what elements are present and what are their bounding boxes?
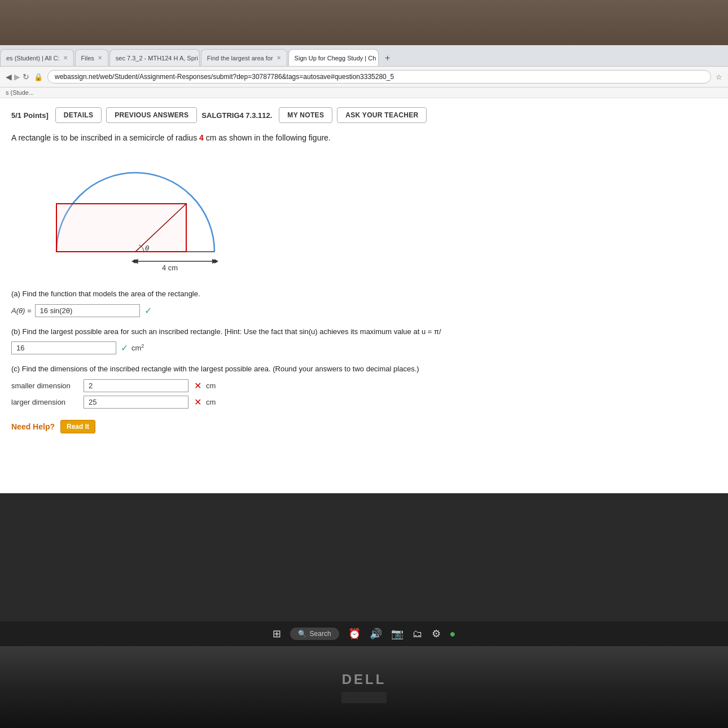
dell-logo: DELL: [342, 672, 387, 687]
part-b-unit: cm2: [131, 343, 144, 352]
taskbar-search-label: Search: [310, 630, 331, 638]
question-text-unit: cm: [206, 133, 219, 142]
tab-4[interactable]: Sign Up for Chegg Study | Ch ✕: [288, 49, 379, 66]
smaller-dim-input[interactable]: [84, 379, 188, 392]
camera-icon[interactable]: 📷: [391, 628, 404, 640]
svg-text:4 cm: 4 cm: [162, 264, 178, 272]
smaller-dim-cross-icon: ✕: [194, 380, 201, 391]
part-a-prefix: A(θ) =: [11, 306, 32, 315]
larger-dim-cross-icon: ✕: [194, 397, 201, 407]
svg-text:θ: θ: [145, 244, 149, 252]
figure-svg: θ 4 cm: [28, 153, 243, 277]
question-text-part1: A rectangle is to be inscribed in a semi…: [11, 133, 197, 142]
tab-1[interactable]: Files ✕: [75, 49, 108, 66]
address-bar: ◀ ▶ ↻ 🔒 ☆: [0, 67, 728, 87]
figure-container: θ 4 cm: [28, 153, 717, 277]
browser-window: es (Student) | All C: ✕ Files ✕ sec 7.3_…: [0, 45, 728, 493]
part-a-check-icon: ✓: [144, 305, 152, 316]
back-button[interactable]: ◀: [6, 72, 12, 81]
windows-icon[interactable]: ⊞: [273, 628, 281, 640]
part-a-input[interactable]: [35, 304, 140, 317]
part-b-check-icon: ✓: [121, 343, 128, 353]
part-b-answer-row: ✓ cm2: [11, 341, 717, 354]
tab-3-label: Find the largest area for: [207, 55, 273, 62]
tab-0[interactable]: es (Student) | All C: ✕: [0, 49, 74, 66]
tab-1-label: Files: [81, 55, 94, 62]
tab-2[interactable]: sec 7.3_2 - MTH124 H A, Spri ✕: [109, 49, 200, 66]
browser-subtab: s (Stude...: [0, 87, 728, 98]
tab-0-label: es (Student) | All C:: [6, 55, 60, 62]
smaller-dim-label: smaller dimension: [11, 381, 79, 390]
subtab-label: s (Stude...: [6, 89, 34, 96]
svg-marker-6: [131, 259, 135, 264]
tab-3[interactable]: Find the largest area for ✕: [201, 49, 287, 66]
content-area: 5/1 Points] DETAILS PREVIOUS ANSWERS SAL…: [0, 98, 728, 493]
part-b-label: (b) Find the largest possible area for s…: [11, 326, 717, 337]
tab-bar: es (Student) | All C: ✕ Files ✕ sec 7.3_…: [0, 45, 728, 67]
ask-teacher-button[interactable]: ASK YOUR TEACHER: [337, 107, 427, 123]
monitor-bottom-bezel: DELL: [0, 646, 728, 728]
points-label: 5/1 Points]: [11, 111, 49, 120]
my-notes-button[interactable]: MY NOTES: [279, 107, 332, 123]
previous-answers-button[interactable]: PREVIOUS ANSWERS: [106, 107, 197, 123]
question-text-suffix: as shown in the following figure.: [218, 133, 330, 142]
tab-1-close[interactable]: ✕: [98, 55, 102, 61]
chrome-icon[interactable]: ●: [450, 628, 456, 640]
larger-dim-row: larger dimension ✕ cm: [11, 396, 717, 409]
larger-dim-input[interactable]: [84, 396, 188, 409]
part-b-label-text: (b) Find the largest possible area for s…: [11, 327, 441, 336]
address-input[interactable]: [47, 70, 711, 84]
tab-4-label: Sign Up for Chegg Study | Ch: [295, 55, 376, 62]
larger-dim-unit: cm: [206, 398, 216, 406]
part-a-answer-row: A(θ) = ✓: [11, 304, 717, 317]
tab-0-close[interactable]: ✕: [63, 55, 68, 61]
speaker-icon[interactable]: 🔊: [370, 628, 382, 640]
taskbar-search-box[interactable]: 🔍 Search: [290, 628, 339, 640]
bookmark-icon[interactable]: ☆: [716, 73, 722, 81]
svg-marker-7: [214, 259, 218, 264]
course-code: SALGTRIG4 7.3.112.: [201, 111, 272, 120]
part-b: (b) Find the largest possible area for s…: [11, 326, 717, 355]
smaller-dim-row: smaller dimension ✕ cm: [11, 379, 717, 392]
lock-icon: 🔒: [34, 73, 43, 81]
settings-icon[interactable]: ⚙: [432, 628, 441, 640]
nav-buttons: ◀ ▶ ↻: [6, 72, 29, 81]
monitor-top-bezel: [0, 0, 728, 45]
part-b-input[interactable]: [11, 341, 116, 354]
new-tab-button[interactable]: +: [380, 50, 396, 66]
files-icon[interactable]: 🗂: [413, 628, 423, 640]
need-help-text: Need Help?: [11, 422, 55, 431]
forward-button[interactable]: ▶: [14, 72, 20, 81]
taskbar: ⊞ 🔍 Search ⏰ 🔊 📷 🗂 ⚙ ●: [0, 621, 728, 646]
tab-2-label: sec 7.3_2 - MTH124 H A, Spri: [116, 55, 198, 62]
read-it-button[interactable]: Read It: [60, 420, 95, 433]
clock-icon[interactable]: ⏰: [348, 628, 361, 640]
toolbar: 5/1 Points] DETAILS PREVIOUS ANSWERS SAL…: [11, 107, 717, 123]
refresh-button[interactable]: ↻: [23, 72, 29, 81]
monitor-stand: [341, 692, 387, 703]
smaller-dim-unit: cm: [206, 381, 216, 390]
larger-dim-label: larger dimension: [11, 398, 79, 406]
taskbar-search-icon: 🔍: [298, 630, 306, 638]
question-text: A rectangle is to be inscribed in a semi…: [11, 132, 717, 144]
radius-value: 4: [199, 133, 204, 142]
part-c-label: (c) Find the dimensions of the inscribed…: [11, 363, 717, 375]
tab-3-close[interactable]: ✕: [277, 55, 281, 61]
part-a-label: (a) Find the function that models the ar…: [11, 288, 717, 300]
svg-rect-1: [56, 204, 186, 252]
part-c: (c) Find the dimensions of the inscribed…: [11, 363, 717, 409]
need-help-row: Need Help? Read It: [11, 420, 717, 433]
part-a: (a) Find the function that models the ar…: [11, 288, 717, 317]
details-button[interactable]: DETAILS: [55, 107, 102, 123]
